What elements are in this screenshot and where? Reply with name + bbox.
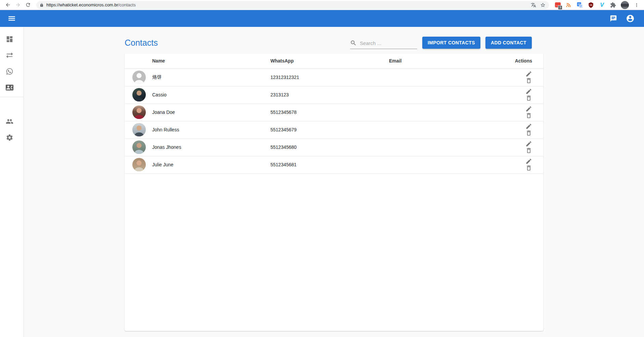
edit-contact-icon[interactable] bbox=[525, 158, 532, 165]
contact-email bbox=[389, 121, 514, 138]
contacts-table: Name WhatsApp Email Actions 烙饼 123123123 bbox=[125, 53, 543, 174]
menu-icon[interactable] bbox=[7, 14, 16, 23]
contact-whatsapp: 5512345680 bbox=[270, 138, 389, 156]
header-name: Name bbox=[152, 53, 270, 69]
url-text: https://whaticket.economicros.com.br/con… bbox=[46, 2, 531, 7]
browser-toolbar: https://whaticket.economicros.com.br/con… bbox=[0, 0, 644, 10]
contact-actions bbox=[514, 121, 543, 138]
sidebar-item-users[interactable] bbox=[0, 113, 24, 129]
rss-icon[interactable] bbox=[565, 2, 572, 8]
search-input[interactable] bbox=[360, 40, 417, 46]
delete-contact-icon[interactable] bbox=[525, 112, 532, 119]
sidebar-item-tickets[interactable] bbox=[0, 63, 24, 79]
sidebar-item-connections[interactable] bbox=[0, 47, 24, 63]
table-row: Joana Doe 5512345678 bbox=[125, 103, 543, 121]
sidebar-item-settings[interactable] bbox=[0, 129, 24, 145]
svg-text:文: 文 bbox=[579, 4, 582, 7]
translate-extension-icon[interactable]: G文 bbox=[576, 2, 583, 8]
header-actions: Actions bbox=[514, 53, 543, 69]
sidebar-item-dashboard[interactable] bbox=[0, 31, 24, 47]
contact-actions bbox=[514, 138, 543, 156]
ublock-shield-icon[interactable]: U0 bbox=[588, 2, 594, 8]
contact-name: Cassio bbox=[152, 86, 270, 103]
edit-contact-icon[interactable] bbox=[525, 88, 532, 95]
account-circle-icon[interactable] bbox=[626, 14, 635, 23]
contact-email bbox=[389, 103, 514, 121]
address-bar[interactable]: https://whaticket.economicros.com.br/con… bbox=[36, 1, 549, 9]
header-avatar bbox=[125, 53, 152, 69]
whatsapp-icon bbox=[6, 68, 13, 75]
contacts-card: Name WhatsApp Email Actions 烙饼 123123123 bbox=[125, 53, 543, 331]
extensions-strip: ... 3 G文 U0 V bbox=[551, 1, 641, 9]
contact-actions bbox=[514, 86, 543, 103]
chat-icon[interactable] bbox=[610, 15, 617, 22]
contact-email bbox=[389, 138, 514, 156]
avatar bbox=[132, 88, 146, 101]
browser-profile-avatar[interactable] bbox=[621, 1, 629, 9]
contact-actions bbox=[514, 156, 543, 173]
edit-contact-icon[interactable] bbox=[525, 71, 532, 77]
avatar bbox=[132, 123, 146, 136]
extensions-puzzle-icon[interactable] bbox=[610, 2, 616, 8]
table-row: Julie June 5512345681 bbox=[125, 156, 543, 173]
table-row: John Rulless 5512345679 bbox=[125, 121, 543, 138]
main-content: Contacts IMPORT CONTACTS ADD CONTACT Nam… bbox=[24, 27, 644, 337]
browser-menu-icon[interactable] bbox=[633, 2, 640, 8]
avatar bbox=[132, 140, 146, 154]
vimeo-icon[interactable]: V bbox=[599, 2, 605, 8]
svg-text:U0: U0 bbox=[590, 4, 592, 6]
connections-swap-icon bbox=[6, 51, 13, 59]
contact-name: Joana Doe bbox=[152, 103, 270, 121]
forward-icon[interactable] bbox=[13, 1, 22, 9]
dashboard-icon bbox=[6, 35, 13, 43]
delete-contact-icon[interactable] bbox=[525, 95, 532, 101]
table-row: 烙饼 12312312321 bbox=[125, 69, 543, 86]
sidebar-nav bbox=[0, 27, 24, 337]
back-icon[interactable] bbox=[3, 1, 12, 9]
contact-whatsapp: 2313123 bbox=[270, 86, 389, 103]
contact-whatsapp: 12312312321 bbox=[270, 69, 389, 86]
delete-contact-icon[interactable] bbox=[525, 165, 532, 171]
search-box bbox=[350, 40, 417, 49]
avatar bbox=[132, 106, 146, 119]
sidebar-item-contacts[interactable] bbox=[0, 79, 24, 95]
delete-contact-icon[interactable] bbox=[525, 130, 532, 136]
table-row: Cassio 2313123 bbox=[125, 86, 543, 103]
red-extension-icon[interactable]: ... 3 bbox=[554, 2, 561, 8]
contact-email bbox=[389, 86, 514, 103]
search-icon bbox=[350, 40, 357, 46]
extension-badge: 3 bbox=[558, 5, 562, 10]
bookmark-star-icon[interactable] bbox=[540, 2, 546, 8]
translate-page-icon[interactable] bbox=[531, 2, 536, 8]
contact-name: 烙饼 bbox=[152, 69, 270, 86]
contacts-card-icon bbox=[6, 84, 13, 91]
contact-avatar-cell bbox=[125, 69, 152, 86]
contact-whatsapp: 5512345678 bbox=[270, 103, 389, 121]
contact-avatar-cell bbox=[125, 121, 152, 138]
contact-avatar-cell bbox=[125, 103, 152, 121]
contact-whatsapp: 5512345681 bbox=[270, 156, 389, 173]
table-row: Jonas Jhones 5512345680 bbox=[125, 138, 543, 156]
edit-contact-icon[interactable] bbox=[525, 140, 532, 147]
edit-contact-icon[interactable] bbox=[525, 106, 532, 112]
avatar bbox=[132, 158, 146, 171]
contact-actions bbox=[514, 69, 543, 86]
reload-icon[interactable] bbox=[24, 1, 32, 9]
contact-whatsapp: 5512345679 bbox=[270, 121, 389, 138]
import-contacts-button[interactable]: IMPORT CONTACTS bbox=[422, 37, 480, 49]
contact-name: Julie June bbox=[152, 156, 270, 173]
edit-contact-icon[interactable] bbox=[525, 123, 532, 130]
contact-avatar-cell bbox=[125, 86, 152, 103]
contact-actions bbox=[514, 103, 543, 121]
users-people-icon bbox=[6, 118, 13, 125]
contact-avatar-cell bbox=[125, 156, 152, 173]
contact-name: John Rulless bbox=[152, 121, 270, 138]
add-contact-button[interactable]: ADD CONTACT bbox=[485, 37, 532, 49]
delete-contact-icon[interactable] bbox=[525, 147, 532, 154]
lock-icon[interactable] bbox=[40, 3, 44, 7]
page-header: Contacts IMPORT CONTACTS ADD CONTACT bbox=[125, 35, 543, 51]
app-bar bbox=[0, 10, 644, 27]
sidebar-divider bbox=[0, 97, 24, 97]
contact-name: Jonas Jhones bbox=[152, 138, 270, 156]
delete-contact-icon[interactable] bbox=[525, 77, 532, 84]
